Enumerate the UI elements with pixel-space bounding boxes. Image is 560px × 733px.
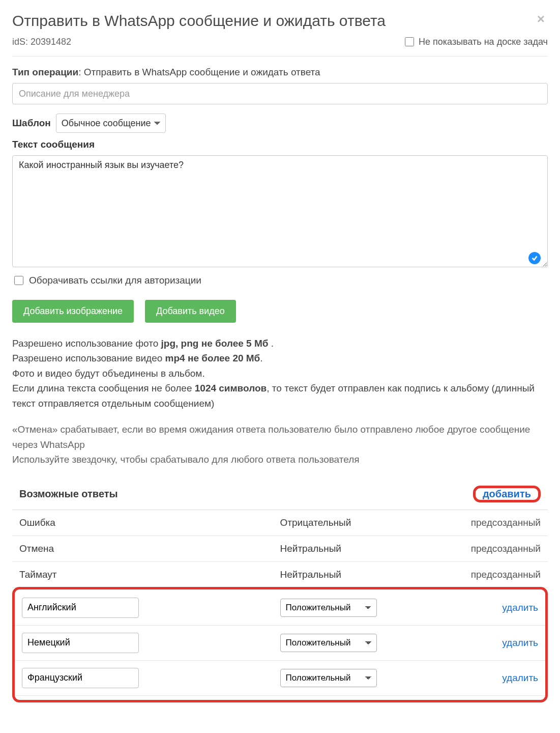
- hide-on-board-label[interactable]: Не показывать на доске задач: [403, 36, 548, 48]
- divider: [12, 56, 548, 57]
- answer-row-preset: ТаймаутНейтральныйпредсозданный: [12, 562, 548, 588]
- message-text-label: Текст сообщения: [12, 139, 548, 150]
- answer-type: Отрицательный: [280, 517, 416, 528]
- wrap-links-checkbox[interactable]: [14, 276, 23, 285]
- answer-origin: предсозданный: [416, 517, 541, 528]
- answer-name-input[interactable]: [22, 598, 139, 618]
- star-note: Используйте звездочку, чтобы срабатывало…: [12, 452, 548, 467]
- delete-answer-link[interactable]: удалить: [502, 602, 538, 613]
- length-note: Если длина текста сообщения не более 102…: [12, 381, 548, 411]
- answer-type-select[interactable]: Положительный: [280, 599, 377, 617]
- answers-title: Возможные ответы: [19, 488, 118, 500]
- manager-description-input[interactable]: [12, 83, 548, 104]
- add-image-button[interactable]: Добавить изображение: [12, 300, 134, 323]
- answer-name: Отмена: [19, 543, 280, 554]
- wrap-links-text: Оборачивать ссылки для авторизации: [29, 275, 201, 286]
- ids-label: idS: 20391482: [12, 37, 71, 47]
- message-text-input[interactable]: Какой иностранный язык вы изучаете?: [12, 155, 548, 267]
- operation-type-line: Тип операции: Отправить в WhatsApp сообщ…: [12, 67, 548, 78]
- answer-type: Нейтральный: [280, 543, 416, 554]
- delete-answer-link[interactable]: удалить: [502, 672, 538, 683]
- answer-row-editable: Положительныйудалить: [15, 626, 545, 661]
- hide-on-board-text: Не показывать на доске задач: [419, 37, 548, 47]
- delete-answer-link[interactable]: удалить: [502, 637, 538, 648]
- answer-name: Таймаут: [19, 569, 280, 580]
- cancel-note: «Отмена» срабатывает, если во время ожид…: [12, 422, 548, 452]
- template-label: Шаблон: [12, 118, 51, 129]
- answer-origin: предсозданный: [416, 569, 541, 580]
- album-note: Фото и видео будут объединены в альбом.: [12, 366, 548, 381]
- answer-type-select[interactable]: Положительный: [280, 634, 377, 652]
- answer-name-input[interactable]: [22, 668, 139, 688]
- answer-name: Ошибка: [19, 517, 280, 528]
- add-answer-link[interactable]: добавить: [476, 485, 538, 502]
- answer-origin: предсозданный: [416, 543, 541, 554]
- dialog-title: Отправить в WhatsApp сообщение и ожидать…: [12, 12, 386, 30]
- template-select[interactable]: Обычное сообщение: [56, 114, 166, 133]
- close-icon[interactable]: ×: [534, 12, 548, 25]
- video-format-note: Разрешено использование видео mp4 не бол…: [12, 351, 548, 365]
- hide-on-board-checkbox[interactable]: [405, 37, 414, 46]
- answer-name-input[interactable]: [22, 633, 139, 653]
- photo-format-note: Разрешено использование фото jpg, png не…: [12, 336, 548, 351]
- wrap-links-label[interactable]: Оборачивать ссылки для авторизации: [12, 274, 548, 287]
- answer-row-editable: Положительныйудалить: [15, 590, 545, 626]
- answer-row-editable: Положительныйудалить: [15, 661, 545, 696]
- answer-type-select[interactable]: Положительный: [280, 669, 377, 687]
- answer-type: Нейтральный: [280, 569, 416, 580]
- add-video-button[interactable]: Добавить видео: [145, 300, 236, 323]
- answer-row-preset: ОтменаНейтральныйпредсозданный: [12, 536, 548, 562]
- answer-row-preset: ОшибкаОтрицательныйпредсозданный: [12, 510, 548, 536]
